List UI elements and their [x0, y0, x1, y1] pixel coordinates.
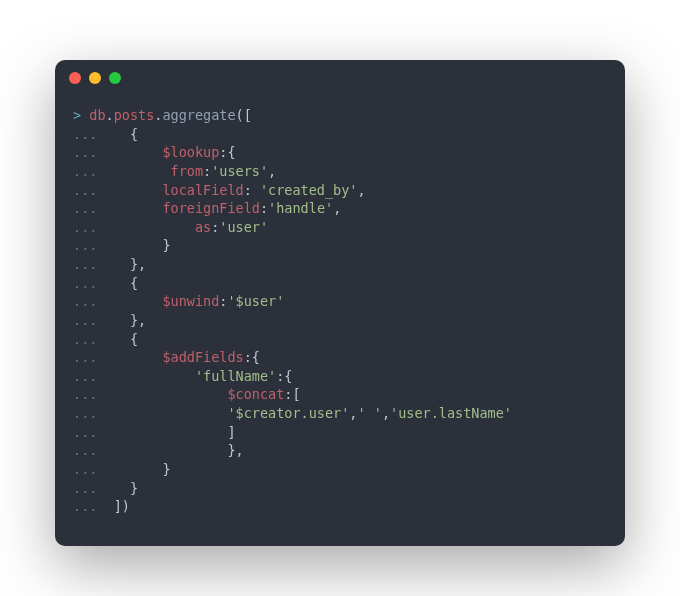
code-line: ... $concat:[ — [73, 385, 607, 404]
token-dots: ... — [73, 424, 106, 440]
token-string: 'fullName' — [195, 368, 276, 384]
token-punct: ]) — [106, 498, 130, 514]
token-string: '$creator.user' — [227, 405, 349, 421]
token-dots: ... — [73, 293, 106, 309]
token-key: $lookup — [162, 144, 219, 160]
minimize-icon[interactable] — [89, 72, 101, 84]
token-punct: , — [358, 182, 366, 198]
code-line: ... '$creator.user',' ','user.lastName' — [73, 404, 607, 423]
token-string: '$user' — [227, 293, 284, 309]
token-dots: ... — [73, 275, 106, 291]
token-key: $unwind — [162, 293, 219, 309]
code-line: ... localField: 'created_by', — [73, 181, 607, 200]
code-line: ... ] — [73, 423, 607, 442]
token-punct: , — [382, 405, 390, 421]
token-dots: ... — [73, 163, 106, 179]
token-dots: ... — [73, 349, 106, 365]
zoom-icon[interactable] — [109, 72, 121, 84]
token-punct: [ — [292, 386, 300, 402]
token-dots: ... — [73, 331, 106, 347]
token-string: 'users' — [211, 163, 268, 179]
token-punct: } — [106, 461, 171, 477]
token-punct — [106, 182, 163, 198]
token-dots: ... — [73, 182, 106, 198]
token-var: posts — [114, 107, 155, 123]
token-punct — [106, 219, 195, 235]
token-punct — [106, 386, 228, 402]
token-punct: ([ — [236, 107, 252, 123]
title-bar — [55, 60, 625, 96]
token-key: $concat — [227, 386, 284, 402]
code-line: ... ]) — [73, 497, 607, 516]
token-punct: } — [106, 237, 171, 253]
code-line: ... }, — [73, 441, 607, 460]
token-dots: ... — [73, 219, 106, 235]
terminal-window: > db.posts.aggregate([... {... $lookup:{… — [55, 60, 625, 546]
token-colon: : — [260, 200, 268, 216]
token-key: $addFields — [162, 349, 243, 365]
token-dots: ... — [73, 312, 106, 328]
token-punct — [106, 144, 163, 160]
token-string: ' ' — [358, 405, 382, 421]
token-punct — [106, 163, 171, 179]
token-string: 'user.lastName' — [390, 405, 512, 421]
token-var: db — [89, 107, 105, 123]
token-dots: ... — [73, 405, 106, 421]
token-dots: ... — [73, 368, 106, 384]
code-line: ... $addFields:{ — [73, 348, 607, 367]
token-punct — [106, 368, 195, 384]
token-dots: ... — [73, 256, 106, 272]
token-punct: ] — [106, 424, 236, 440]
code-line: > db.posts.aggregate([ — [73, 106, 607, 125]
token-punct — [106, 349, 163, 365]
token-punct: , — [349, 405, 357, 421]
code-line: ... { — [73, 274, 607, 293]
code-line: ... $unwind:'$user' — [73, 292, 607, 311]
code-line: ... } — [73, 460, 607, 479]
token-punct: } — [106, 480, 139, 496]
token-string: 'created_by' — [260, 182, 358, 198]
token-dots: ... — [73, 386, 106, 402]
token-punct — [106, 200, 163, 216]
token-punct: { — [106, 331, 139, 347]
code-line: ... $lookup:{ — [73, 143, 607, 162]
token-key: foreignField — [162, 200, 260, 216]
token-dots: ... — [73, 126, 106, 142]
token-string: 'handle' — [268, 200, 333, 216]
token-punct: . — [106, 107, 114, 123]
token-dots: ... — [73, 480, 106, 496]
token-punct: }, — [106, 256, 147, 272]
token-dots: ... — [73, 442, 106, 458]
token-dots: ... — [73, 461, 106, 477]
token-func: aggregate — [162, 107, 235, 123]
token-punct: { — [227, 144, 235, 160]
token-punct — [106, 293, 163, 309]
token-dots: ... — [73, 200, 106, 216]
token-punct: }, — [106, 312, 147, 328]
token-dots: ... — [73, 498, 106, 514]
code-line: ... foreignField:'handle', — [73, 199, 607, 218]
code-line: ... { — [73, 330, 607, 349]
token-prompt: > — [73, 107, 89, 123]
token-dots: ... — [73, 144, 106, 160]
close-icon[interactable] — [69, 72, 81, 84]
token-punct: , — [268, 163, 276, 179]
code-line: ... }, — [73, 255, 607, 274]
token-colon: : — [244, 182, 260, 198]
token-punct: , — [333, 200, 341, 216]
code-line: ... { — [73, 125, 607, 144]
token-punct: { — [106, 126, 139, 142]
code-line: ... } — [73, 236, 607, 255]
token-key: from — [171, 163, 204, 179]
code-line: ... }, — [73, 311, 607, 330]
code-line: ... 'fullName':{ — [73, 367, 607, 386]
code-line: ... } — [73, 479, 607, 498]
token-key: localField — [162, 182, 243, 198]
token-punct: { — [252, 349, 260, 365]
code-line: ... from:'users', — [73, 162, 607, 181]
token-colon: : — [203, 163, 211, 179]
token-colon: : — [244, 349, 252, 365]
token-punct: { — [284, 368, 292, 384]
token-key: as — [195, 219, 211, 235]
token-dots: ... — [73, 237, 106, 253]
